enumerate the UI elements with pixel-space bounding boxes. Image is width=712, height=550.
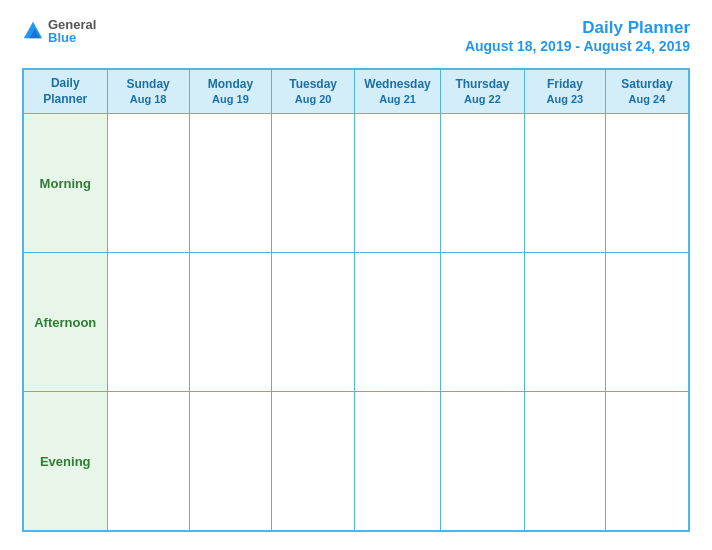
- date-range: August 18, 2019 - August 24, 2019: [465, 38, 690, 54]
- day-name-friday: Friday: [529, 77, 601, 93]
- col-header-monday: Monday Aug 19: [189, 69, 272, 114]
- evening-friday-cell[interactable]: [524, 392, 605, 531]
- day-date-tuesday: Aug 20: [276, 92, 350, 106]
- day-name-wednesday: Wednesday: [359, 77, 436, 93]
- day-date-monday: Aug 19: [194, 92, 268, 106]
- table-header-row: DailyPlanner Sunday Aug 18 Monday Aug 19…: [23, 69, 689, 114]
- page: General Blue Daily Planner August 18, 20…: [0, 0, 712, 550]
- morning-thursday-cell[interactable]: [441, 114, 525, 253]
- page-title: Daily Planner: [465, 18, 690, 38]
- generalblue-icon: [22, 20, 44, 42]
- logo-blue: Blue: [48, 31, 96, 44]
- afternoon-sunday-cell[interactable]: [107, 253, 189, 392]
- morning-row: Morning: [23, 114, 689, 253]
- morning-friday-cell[interactable]: [524, 114, 605, 253]
- day-name-monday: Monday: [194, 77, 268, 93]
- morning-monday-cell[interactable]: [189, 114, 272, 253]
- daily-planner-header-cell: DailyPlanner: [23, 69, 107, 114]
- afternoon-monday-cell[interactable]: [189, 253, 272, 392]
- afternoon-friday-cell[interactable]: [524, 253, 605, 392]
- logo-area: General Blue: [22, 18, 96, 44]
- day-name-tuesday: Tuesday: [276, 77, 350, 93]
- morning-wednesday-cell[interactable]: [355, 114, 441, 253]
- afternoon-thursday-cell[interactable]: [441, 253, 525, 392]
- day-date-thursday: Aug 22: [445, 92, 520, 106]
- evening-row: Evening: [23, 392, 689, 531]
- col-header-thursday: Thursday Aug 22: [441, 69, 525, 114]
- day-name-sunday: Sunday: [112, 77, 185, 93]
- logo-text: General Blue: [48, 18, 96, 44]
- morning-tuesday-cell[interactable]: [272, 114, 355, 253]
- evening-thursday-cell[interactable]: [441, 392, 525, 531]
- evening-label: Evening: [23, 392, 107, 531]
- col-header-wednesday: Wednesday Aug 21: [355, 69, 441, 114]
- evening-sunday-cell[interactable]: [107, 392, 189, 531]
- afternoon-tuesday-cell[interactable]: [272, 253, 355, 392]
- col-header-tuesday: Tuesday Aug 20: [272, 69, 355, 114]
- morning-saturday-cell[interactable]: [605, 114, 689, 253]
- afternoon-saturday-cell[interactable]: [605, 253, 689, 392]
- afternoon-row: Afternoon: [23, 253, 689, 392]
- afternoon-wednesday-cell[interactable]: [355, 253, 441, 392]
- evening-wednesday-cell[interactable]: [355, 392, 441, 531]
- afternoon-label: Afternoon: [23, 253, 107, 392]
- daily-planner-label: DailyPlanner: [43, 76, 87, 106]
- title-area: Daily Planner August 18, 2019 - August 2…: [465, 18, 690, 54]
- day-date-friday: Aug 23: [529, 92, 601, 106]
- day-date-wednesday: Aug 21: [359, 92, 436, 106]
- evening-saturday-cell[interactable]: [605, 392, 689, 531]
- col-header-sunday: Sunday Aug 18: [107, 69, 189, 114]
- planner-table: DailyPlanner Sunday Aug 18 Monday Aug 19…: [22, 68, 690, 532]
- day-name-saturday: Saturday: [610, 77, 684, 93]
- col-header-saturday: Saturday Aug 24: [605, 69, 689, 114]
- day-name-thursday: Thursday: [445, 77, 520, 93]
- day-date-sunday: Aug 18: [112, 92, 185, 106]
- header: General Blue Daily Planner August 18, 20…: [22, 18, 690, 54]
- evening-monday-cell[interactable]: [189, 392, 272, 531]
- col-header-friday: Friday Aug 23: [524, 69, 605, 114]
- day-date-saturday: Aug 24: [610, 92, 684, 106]
- morning-sunday-cell[interactable]: [107, 114, 189, 253]
- morning-label: Morning: [23, 114, 107, 253]
- evening-tuesday-cell[interactable]: [272, 392, 355, 531]
